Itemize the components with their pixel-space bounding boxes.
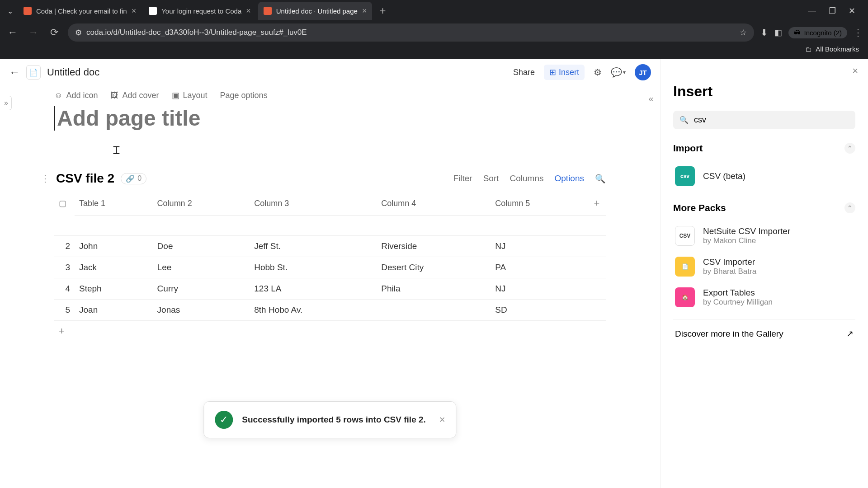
link-badge[interactable]: 🔗0 xyxy=(121,173,146,184)
table-row[interactable]: 4StephCurry123 LAPhilaNJ xyxy=(54,278,606,300)
close-icon[interactable]: × xyxy=(439,414,445,426)
share-button[interactable]: Share xyxy=(513,68,535,77)
settings-icon[interactable]: ⚙ xyxy=(594,67,602,78)
browser-tab[interactable]: Your login request to Coda × xyxy=(143,2,256,20)
close-window-icon[interactable]: ✕ xyxy=(849,6,855,16)
star-icon[interactable]: ☆ xyxy=(740,28,747,38)
table-cell[interactable] xyxy=(377,300,491,321)
close-icon[interactable]: × xyxy=(246,6,251,16)
site-info-icon[interactable]: ⚙ xyxy=(75,28,82,38)
column-header[interactable]: Column 5 xyxy=(491,191,588,216)
close-icon[interactable]: × xyxy=(132,6,137,16)
close-icon[interactable]: × xyxy=(852,65,858,77)
table-cell[interactable]: Hobb St. xyxy=(250,257,377,278)
table-cell[interactable]: NJ xyxy=(491,278,588,300)
options-button[interactable]: Options xyxy=(555,174,584,183)
image-icon: 🖼 xyxy=(110,91,118,100)
column-header[interactable]: Column 3 xyxy=(250,191,377,216)
sidepanel-icon[interactable]: ◧ xyxy=(774,28,782,38)
import-section-header[interactable]: Import ⌃ xyxy=(673,143,855,154)
table-cell[interactable]: 8th Hobo Av. xyxy=(250,300,377,321)
search-icon[interactable]: 🔍 xyxy=(595,174,606,184)
table-cell[interactable]: Riverside xyxy=(377,236,491,257)
table-row[interactable]: 3JackLeeHobb St.Desert CityPA xyxy=(54,257,606,278)
insert-item-csv[interactable]: csv CSV (beta) xyxy=(673,161,855,192)
tab-title: Untitled doc · Untitled page xyxy=(276,7,358,15)
menu-icon[interactable]: ⋮ xyxy=(854,27,863,38)
downloads-icon[interactable]: ⬇ xyxy=(760,27,768,38)
browser-tab-active[interactable]: Untitled doc · Untitled page × xyxy=(258,2,373,20)
row-number: 3 xyxy=(54,257,75,278)
minimize-icon[interactable]: — xyxy=(808,6,816,16)
table-cell[interactable]: Steph xyxy=(75,278,153,300)
smiley-icon: ☺ xyxy=(54,91,62,100)
doc-icon[interactable]: 📄 xyxy=(26,65,41,80)
column-header[interactable]: Column 4 xyxy=(377,191,491,216)
table-cell[interactable]: PA xyxy=(491,257,588,278)
filter-button[interactable]: Filter xyxy=(453,174,472,183)
app-header: ← 📄 Untitled doc Share ⊞ Insert ⚙ 💬▾ JT xyxy=(0,59,660,86)
table-cell[interactable]: Jack xyxy=(75,257,153,278)
table-cell[interactable]: John xyxy=(75,236,153,257)
favicon-icon xyxy=(264,7,272,15)
table-cell[interactable]: Doe xyxy=(153,236,250,257)
table-cell[interactable]: SD xyxy=(491,300,588,321)
search-input[interactable] xyxy=(694,115,849,125)
folder-icon: 🗀 xyxy=(805,45,812,53)
new-tab-button[interactable]: + xyxy=(374,5,391,17)
tab-title: Coda | Check your email to fin xyxy=(36,7,127,15)
column-header[interactable]: Table 1 xyxy=(75,191,153,216)
add-cover-button[interactable]: 🖼Add cover xyxy=(110,90,159,100)
pack-item[interactable]: CSV NetSuite CSV Importerby Makon Cline xyxy=(673,221,855,251)
add-column-button[interactable]: + xyxy=(588,191,606,216)
pack-item[interactable]: 🏠 Export Tablesby Courtney Milligan xyxy=(673,282,855,313)
panel-collapse-button[interactable]: « xyxy=(643,90,659,107)
pack-item[interactable]: 📄 CSV Importerby Bharat Batra xyxy=(673,251,855,282)
gallery-link[interactable]: Discover more in the Gallery ↗ xyxy=(673,319,855,339)
maximize-icon[interactable]: ❐ xyxy=(829,6,836,16)
table-cell[interactable]: Joan xyxy=(75,300,153,321)
sidebar-expand-button[interactable]: » xyxy=(1,96,12,110)
more-packs-section-header[interactable]: More Packs ⌃ xyxy=(673,202,855,213)
table-cell[interactable]: Jonas xyxy=(153,300,250,321)
table-row[interactable]: 2JohnDoeJeff St.RiversideNJ xyxy=(54,236,606,257)
incognito-badge[interactable]: 🕶 Incognito (2) xyxy=(788,27,847,38)
all-bookmarks-button[interactable]: 🗀 All Bookmarks xyxy=(805,45,859,53)
close-icon[interactable]: × xyxy=(362,6,367,16)
url-input[interactable]: ⚙ coda.io/d/Untitled-doc_d3A30foH--3/Unt… xyxy=(68,23,754,42)
table-cell[interactable]: Desert City xyxy=(377,257,491,278)
add-row-button[interactable]: + xyxy=(54,321,606,342)
table-cell[interactable]: NJ xyxy=(491,236,588,257)
table-cell[interactable]: Phila xyxy=(377,278,491,300)
sort-button[interactable]: Sort xyxy=(483,174,499,183)
table-row[interactable]: 5JoanJonas8th Hobo Av.SD xyxy=(54,300,606,321)
comments-icon[interactable]: 💬▾ xyxy=(611,67,626,78)
column-header[interactable]: Column 2 xyxy=(153,191,250,216)
table-cell[interactable]: Lee xyxy=(153,257,250,278)
csv-importer-icon: 📄 xyxy=(675,257,695,277)
row-number: 4 xyxy=(54,278,75,300)
table-cell[interactable]: Curry xyxy=(153,278,250,300)
browser-tab[interactable]: Coda | Check your email to fin × xyxy=(18,2,142,20)
external-link-icon: ↗ xyxy=(846,328,854,339)
page-options-button[interactable]: Page options xyxy=(220,90,268,100)
table-cell[interactable]: 123 LA xyxy=(250,278,377,300)
check-icon: ✓ xyxy=(215,411,233,429)
back-arrow-icon[interactable]: ← xyxy=(9,66,20,79)
tab-dropdown-icon[interactable]: ⌄ xyxy=(4,5,16,17)
back-button[interactable]: ← xyxy=(5,27,20,38)
page-title-input[interactable] xyxy=(54,106,606,131)
table-name[interactable]: CSV file 2 xyxy=(56,171,114,186)
search-box[interactable]: 🔍 xyxy=(673,111,855,129)
data-table: Table 1 Column 2 Column 3 Column 4 Colum… xyxy=(54,191,606,321)
add-icon-button[interactable]: ☺Add icon xyxy=(54,90,98,100)
table-menu-icon[interactable]: ⋮ xyxy=(41,173,50,184)
doc-title[interactable]: Untitled doc xyxy=(47,66,99,78)
table-cell[interactable]: Jeff St. xyxy=(250,236,377,257)
insert-button[interactable]: ⊞ Insert xyxy=(544,65,585,80)
avatar[interactable]: JT xyxy=(635,64,651,80)
columns-button[interactable]: Columns xyxy=(510,174,544,183)
csv-icon: csv xyxy=(675,166,695,186)
layout-button[interactable]: ▣Layout xyxy=(172,90,208,100)
reload-button[interactable]: ⟳ xyxy=(47,27,61,38)
